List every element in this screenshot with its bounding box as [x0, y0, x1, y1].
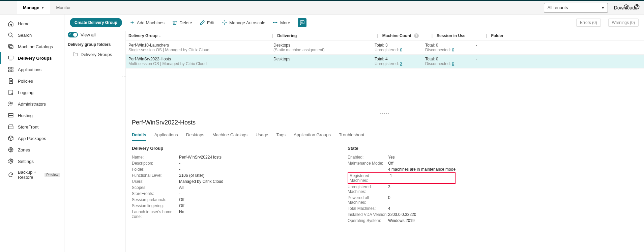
sidebar-item-search[interactable]: Search — [0, 29, 64, 41]
help-icon[interactable]: ? — [414, 33, 419, 38]
sidebar-item-label: Delivery Groups — [18, 56, 52, 61]
table-row[interactable]: Perf-Win10-Launchers Single-session OS |… — [126, 41, 644, 55]
sidebar-item-label: Applications — [18, 67, 41, 72]
folder-root-label: Delivery Groups — [81, 52, 112, 57]
sidebar-item-label: App Packages — [18, 136, 46, 141]
col-header-delivering[interactable]: Delivering — [274, 33, 376, 38]
detail-tab-machine-catalogs[interactable]: Machine Catalogs — [212, 130, 247, 141]
sidebar-item-administrators[interactable]: Administrators — [0, 98, 64, 110]
tab-monitor[interactable]: Monitor — [50, 1, 77, 14]
tab-manage-label: Manage — [23, 5, 39, 10]
col-header-machine-count[interactable]: Machine Count? — [380, 33, 430, 38]
maintenance-note: 4 machines are in maintenance mode — [388, 167, 456, 172]
sidebar-item-backup-restore[interactable]: Backup + RestorePreview — [0, 167, 64, 183]
col-header-folder[interactable]: Folder — [488, 33, 644, 38]
detail-tab-usage[interactable]: Usage — [256, 130, 268, 141]
view-all-label: View all — [81, 32, 96, 37]
help-icon[interactable] — [634, 4, 640, 10]
detail-tab-details[interactable]: Details — [132, 130, 146, 141]
svg-line-19 — [8, 137, 11, 138]
row-sub: Single-session OS | Managed by Citrix Cl… — [128, 48, 268, 52]
sidebar-item-policies[interactable]: Policies — [0, 75, 64, 87]
folder-panel-title: Delivery group folders — [68, 41, 122, 50]
detail-tab-applications[interactable]: Applications — [154, 130, 178, 141]
tab-manage[interactable]: Manage ▾ — [17, 1, 50, 14]
sidebar-item-hosting[interactable]: Hosting — [0, 110, 64, 121]
svg-rect-15 — [8, 114, 13, 115]
warnings-status[interactable]: Warnings (0) — [608, 19, 639, 27]
detail-tab-troubleshoot[interactable]: Troubleshoot — [339, 130, 364, 141]
policies-icon — [8, 78, 14, 84]
trash-icon — [172, 20, 177, 25]
refresh-icon[interactable] — [623, 4, 629, 10]
errors-status[interactable]: Errors (0) — [576, 19, 601, 27]
row-delivering: Desktops — [273, 43, 369, 48]
sidebar-item-zones[interactable]: Zones — [0, 144, 64, 156]
row-sub: Multi-session OS | Managed by Citrix Clo… — [128, 61, 268, 66]
svg-rect-8 — [8, 70, 10, 72]
col-header-session-in-use[interactable]: Session in Use — [434, 33, 485, 38]
delete-button[interactable]: Delete — [172, 20, 192, 25]
more-button[interactable]: •••More — [273, 20, 290, 25]
row-mc-unreg-link[interactable]: 3 — [400, 61, 402, 66]
svg-point-24 — [637, 8, 637, 8]
delivery-groups-icon — [8, 55, 14, 61]
svg-point-14 — [11, 103, 13, 104]
sidebar-item-logging[interactable]: Logging — [0, 87, 64, 98]
preview-badge: Preview — [45, 173, 60, 177]
svg-point-13 — [9, 102, 11, 104]
row-siu-disc-label: Disconnected: — [425, 61, 451, 66]
logging-icon — [8, 89, 14, 95]
svg-point-0 — [8, 33, 12, 36]
chevron-down-icon: ▾ — [602, 5, 604, 10]
sidebar-item-storefront[interactable]: StoreFront — [0, 121, 64, 133]
svg-line-20 — [11, 137, 13, 138]
detail-panel: Perf-WinSrv2022-Hosts Details Applicatio… — [126, 114, 644, 227]
sidebar-item-settings[interactable]: Settings — [0, 156, 64, 167]
col-header-delivery-group[interactable]: Delivery Group ↓ — [126, 33, 271, 38]
svg-rect-4 — [8, 56, 13, 59]
row-mc-unreg-link[interactable]: 0 — [400, 48, 402, 52]
chevron-down-icon: ▾ — [42, 5, 44, 10]
header: Manage ▾ Monitor All tenants ▾ Downloads — [0, 1, 644, 15]
applications-icon — [8, 66, 14, 73]
administrators-icon — [8, 101, 14, 107]
detail-left-heading: Delivery Group — [132, 146, 321, 154]
tenant-select-value: All tenants — [548, 5, 568, 10]
sort-down-icon: ↓ — [159, 33, 161, 38]
folder-panel: ✓ View all Delivery group folders Delive… — [64, 31, 126, 252]
row-siu-disc-link[interactable]: 0 — [452, 48, 454, 52]
tenant-select[interactable]: All tenants ▾ — [544, 3, 608, 13]
detail-tab-tags[interactable]: Tags — [276, 130, 286, 141]
edit-button[interactable]: Edit — [200, 20, 214, 25]
sidebar-item-machine-catalogs[interactable]: Machine Catalogs — [0, 41, 64, 52]
detail-tab-application-groups[interactable]: Application Groups — [294, 130, 331, 141]
registered-machines-highlight: Registered Machines: 1 — [348, 172, 456, 184]
comment-button[interactable] — [298, 18, 306, 27]
folder-root[interactable]: Delivery Groups — [68, 50, 122, 59]
add-machines-button[interactable]: Add Machines — [129, 20, 165, 25]
view-all-toggle[interactable]: ✓ — [68, 32, 78, 37]
sidebar-item-label: Logging — [18, 90, 33, 95]
create-delivery-group-button[interactable]: Create Delivery Group — [70, 18, 122, 27]
row-mc-unreg-label: Unregistered: — [375, 61, 399, 66]
row-mc-total: Total: 3 — [375, 43, 420, 48]
detail-tab-desktops[interactable]: Desktops — [186, 130, 204, 141]
sidebar-item-label: Settings — [18, 159, 34, 164]
sidebar-item-home[interactable]: Home — [0, 18, 64, 29]
table-row[interactable]: Perf-WinSrv2022-Hosts Multi-session OS |… — [126, 55, 644, 68]
pencil-icon — [200, 20, 205, 25]
sidebar-item-applications[interactable]: Applications — [0, 64, 64, 75]
sidebar-item-label: Backup + Restore — [18, 170, 39, 180]
more-icon: ••• — [273, 20, 278, 25]
sidebar-item-app-packages[interactable]: App Packages — [0, 133, 64, 144]
manage-autoscale-button[interactable]: Manage Autoscale — [222, 20, 265, 25]
row-siu-disc-link[interactable]: 0 — [452, 61, 454, 66]
folder-icon — [72, 52, 78, 57]
sidebar-item-label: Administrators — [18, 102, 46, 107]
sidebar-item-delivery-groups[interactable]: Delivery Groups — [0, 52, 64, 64]
hosting-icon — [8, 112, 14, 118]
row-mc-unreg-label: Unregistered: — [375, 48, 399, 52]
drag-handle-icon[interactable]: ⋮ — [124, 75, 125, 80]
row-delivering-sub: (Static machine assignment) — [273, 48, 369, 52]
